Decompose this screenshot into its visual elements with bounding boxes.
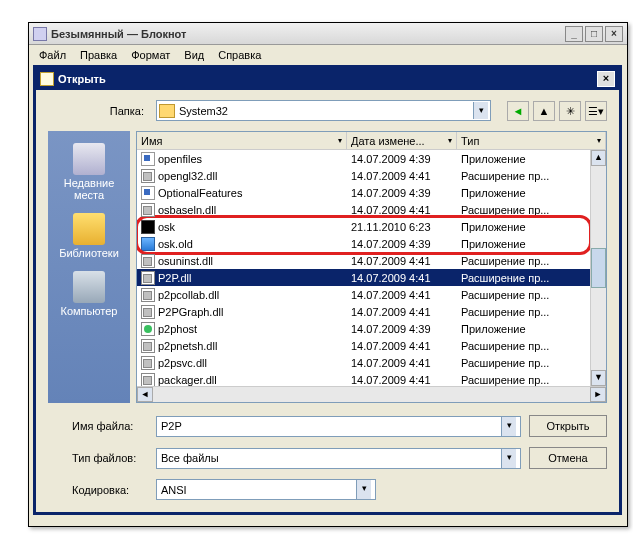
file-date: 14.07.2009 4:39 (347, 238, 457, 250)
encoding-dropdown[interactable]: ANSI ▾ (156, 479, 376, 500)
menu-help[interactable]: Справка (212, 47, 267, 63)
file-date: 14.07.2009 4:41 (347, 289, 457, 301)
file-row[interactable]: osbaseln.dll14.07.2009 4:41Расширение пр… (137, 201, 590, 218)
sidebar-label: Библиотеки (59, 247, 119, 259)
cancel-button[interactable]: Отмена (529, 447, 607, 469)
file-type: Приложение (457, 153, 590, 165)
file-date: 14.07.2009 4:41 (347, 340, 457, 352)
file-row[interactable]: OptionalFeatures14.07.2009 4:39Приложени… (137, 184, 590, 201)
file-date: 14.07.2009 4:39 (347, 153, 457, 165)
file-name: p2pnetsh.dll (158, 340, 217, 352)
file-row[interactable]: osk.old14.07.2009 4:39Приложение (137, 235, 590, 252)
file-icon (141, 152, 155, 166)
file-icon (141, 288, 155, 302)
sidebar-label: Недавние места (55, 177, 123, 201)
filename-label: Имя файла: (48, 420, 148, 432)
vertical-scrollbar[interactable]: ▲ ▼ (590, 150, 606, 386)
close-button[interactable]: × (605, 26, 623, 42)
file-row[interactable]: openfiles14.07.2009 4:39Приложение (137, 150, 590, 167)
file-date: 14.07.2009 4:41 (347, 357, 457, 369)
file-icon (141, 220, 155, 234)
column-date[interactable]: Дата измене...▾ (347, 132, 457, 149)
sidebar-item-libraries[interactable]: Библиотеки (53, 209, 125, 263)
file-row[interactable]: p2psvc.dll14.07.2009 4:41Расширение пр..… (137, 354, 590, 371)
folder-dropdown[interactable]: System32 ▾ (156, 100, 491, 121)
file-type: Расширение пр... (457, 170, 590, 182)
file-date: 14.07.2009 4:41 (347, 272, 457, 284)
file-date: 14.07.2009 4:39 (347, 323, 457, 335)
file-icon (141, 203, 155, 217)
file-row[interactable]: packager.dll14.07.2009 4:41Расширение пр… (137, 371, 590, 386)
file-name: P2P.dll (158, 272, 191, 284)
scroll-down-icon[interactable]: ▼ (591, 370, 606, 386)
open-button[interactable]: Открыть (529, 415, 607, 437)
file-row[interactable]: p2phost14.07.2009 4:39Приложение (137, 320, 590, 337)
views-button[interactable]: ☰▾ (585, 101, 607, 121)
file-icon (141, 339, 155, 353)
maximize-button[interactable]: □ (585, 26, 603, 42)
new-folder-button[interactable]: ✳ (559, 101, 581, 121)
scroll-thumb[interactable] (591, 248, 606, 288)
scroll-left-icon[interactable]: ◄ (137, 387, 153, 402)
file-row[interactable]: opengl32.dll14.07.2009 4:41Расширение пр… (137, 167, 590, 184)
dropdown-arrow-icon[interactable]: ▾ (356, 480, 371, 499)
notepad-title: Безымянный — Блокнот (51, 28, 186, 40)
file-name: packager.dll (158, 374, 217, 386)
file-type: Расширение пр... (457, 204, 590, 216)
back-button[interactable]: ◄ (507, 101, 529, 121)
file-name: opengl32.dll (158, 170, 217, 182)
dropdown-arrow-icon[interactable]: ▾ (501, 449, 516, 468)
file-date: 14.07.2009 4:41 (347, 255, 457, 267)
file-row[interactable]: p2pnetsh.dll14.07.2009 4:41Расширение пр… (137, 337, 590, 354)
file-date: 14.07.2009 4:41 (347, 170, 457, 182)
minimize-button[interactable]: _ (565, 26, 583, 42)
file-icon (141, 237, 155, 251)
menu-view[interactable]: Вид (178, 47, 210, 63)
column-name[interactable]: Имя▾ (137, 132, 347, 149)
file-date: 14.07.2009 4:41 (347, 204, 457, 216)
file-type: Приложение (457, 323, 590, 335)
file-type: Расширение пр... (457, 306, 590, 318)
computer-icon (73, 271, 105, 303)
column-type[interactable]: Тип▾ (457, 132, 606, 149)
file-row[interactable]: osuninst.dll14.07.2009 4:41Расширение пр… (137, 252, 590, 269)
file-row[interactable]: p2pcollab.dll14.07.2009 4:41Расширение п… (137, 286, 590, 303)
places-sidebar: Недавние места Библиотеки Компьютер (48, 131, 130, 403)
dropdown-arrow-icon[interactable]: ▾ (501, 417, 516, 436)
menu-format[interactable]: Формат (125, 47, 176, 63)
filetype-dropdown[interactable]: Все файлы ▾ (156, 448, 521, 469)
menu-file[interactable]: Файл (33, 47, 72, 63)
scroll-right-icon[interactable]: ► (590, 387, 606, 402)
file-row[interactable]: osk21.11.2010 6:23Приложение (137, 218, 590, 235)
menubar: Файл Правка Формат Вид Справка (29, 45, 627, 65)
file-name: OptionalFeatures (158, 187, 242, 199)
horizontal-scrollbar[interactable]: ◄ ► (137, 386, 606, 402)
open-icon (40, 72, 54, 86)
file-type: Расширение пр... (457, 340, 590, 352)
up-button[interactable]: ▲ (533, 101, 555, 121)
notepad-titlebar[interactable]: Безымянный — Блокнот _ □ × (29, 23, 627, 45)
file-type: Приложение (457, 238, 590, 250)
file-type: Приложение (457, 187, 590, 199)
file-row[interactable]: P2PGraph.dll14.07.2009 4:41Расширение пр… (137, 303, 590, 320)
filename-input[interactable]: P2P ▾ (156, 416, 521, 437)
file-type: Расширение пр... (457, 374, 590, 386)
sidebar-item-recent[interactable]: Недавние места (53, 139, 125, 205)
file-row[interactable]: P2P.dll14.07.2009 4:41Расширение пр... (137, 269, 590, 286)
scroll-up-icon[interactable]: ▲ (591, 150, 606, 166)
dialog-close-button[interactable]: × (597, 71, 615, 87)
libraries-icon (73, 213, 105, 245)
open-dialog: Открыть × Папка: System32 ▾ ◄ ▲ ✳ ☰▾ Нед… (33, 65, 622, 515)
dropdown-arrow-icon[interactable]: ▾ (473, 102, 488, 119)
notepad-icon (33, 27, 47, 41)
file-type: Приложение (457, 221, 590, 233)
file-icon (141, 169, 155, 183)
sidebar-label: Компьютер (61, 305, 118, 317)
file-icon (141, 271, 155, 285)
dialog-titlebar[interactable]: Открыть × (36, 68, 619, 90)
recent-places-icon (73, 143, 105, 175)
menu-edit[interactable]: Правка (74, 47, 123, 63)
sidebar-item-computer[interactable]: Компьютер (53, 267, 125, 321)
file-rows[interactable]: openfiles14.07.2009 4:39Приложениеopengl… (137, 150, 590, 386)
file-name: p2pcollab.dll (158, 289, 219, 301)
